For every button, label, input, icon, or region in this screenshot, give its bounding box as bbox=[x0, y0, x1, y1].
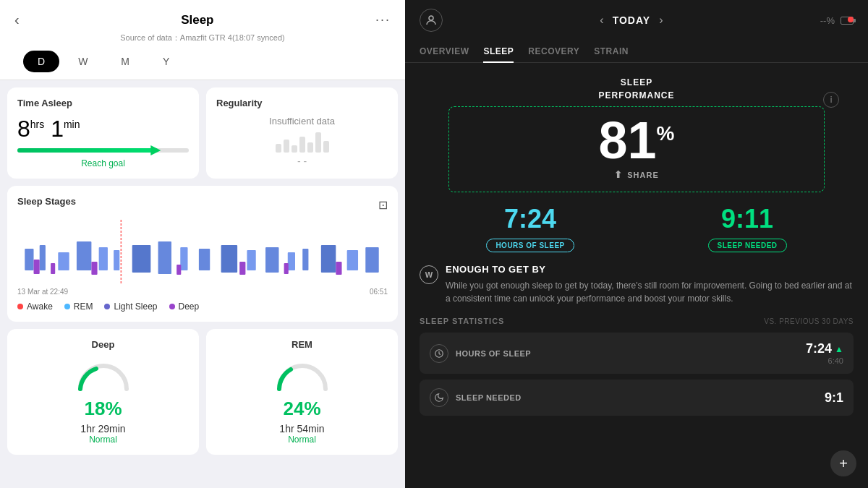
chart-time-end: 06:51 bbox=[370, 288, 388, 296]
awake-dot bbox=[17, 304, 23, 309]
stats-header: SLEEP STATISTICS VS. PREVIOUS 30 DAYS bbox=[420, 317, 854, 325]
tab-m[interactable]: M bbox=[106, 51, 144, 72]
period-tab-row: D W M Y bbox=[12, 51, 393, 80]
rem-arc bbox=[273, 360, 331, 392]
deep-arc-svg bbox=[75, 360, 132, 392]
stat-row-needed: SLEEP NEEDED 9:1 bbox=[420, 380, 854, 416]
tab-recovery[interactable]: RECOVERY bbox=[528, 40, 579, 62]
tab-strain[interactable]: STRAIN bbox=[594, 40, 629, 62]
user-avatar[interactable] bbox=[420, 9, 443, 32]
needed-stat-label: SLEEP NEEDED bbox=[456, 393, 522, 402]
tab-sleep[interactable]: SLEEP bbox=[483, 40, 514, 62]
hours-of-sleep-label: HOURS OF SLEEP bbox=[486, 239, 574, 252]
tab-w[interactable]: W bbox=[64, 51, 102, 72]
time-asleep-value: 8hrs 1min bbox=[17, 116, 189, 142]
tab-d[interactable]: D bbox=[23, 51, 59, 72]
back-button[interactable]: ‹ bbox=[12, 9, 22, 31]
rem-pct: 24% bbox=[283, 398, 320, 420]
legend-deep: Deep bbox=[169, 301, 200, 312]
rem-arc-svg bbox=[273, 360, 331, 392]
source-text: Source of data：Amazfit GTR 4(18:07 synce… bbox=[120, 33, 284, 43]
time-asleep-card: Time Asleep 8hrs 1min Reach goal bbox=[7, 87, 199, 179]
chart-times: 13 Mar at 22:49 06:51 bbox=[17, 288, 388, 296]
sleep-stages-card: Sleep Stages ⊡ bbox=[7, 186, 398, 322]
svg-rect-12 bbox=[247, 250, 255, 270]
svg-rect-23 bbox=[239, 262, 245, 275]
reg-bar bbox=[307, 142, 313, 153]
prev-day-button[interactable]: ‹ bbox=[600, 14, 603, 27]
expand-icon[interactable]: ⊡ bbox=[378, 198, 388, 212]
deep-title: Deep bbox=[92, 339, 115, 350]
legend-awake-label: Awake bbox=[27, 301, 53, 312]
regularity-title: Regularity bbox=[216, 98, 388, 108]
hours-of-sleep-metric: 7:24 HOURS OF SLEEP bbox=[486, 204, 574, 252]
left-content: Time Asleep 8hrs 1min Reach goal Regular… bbox=[0, 80, 405, 488]
tab-y[interactable]: Y bbox=[148, 51, 184, 72]
svg-rect-6 bbox=[114, 250, 119, 270]
add-button[interactable]: + bbox=[830, 450, 856, 476]
share-button[interactable]: ⬆ SHARE bbox=[614, 169, 659, 180]
whoop-w-badge: W bbox=[420, 265, 438, 284]
legend-rem: REM bbox=[64, 301, 93, 312]
reg-bar bbox=[284, 140, 289, 153]
left-panel-title: Sleep bbox=[22, 13, 373, 27]
deep-dot bbox=[169, 304, 175, 309]
reg-bar bbox=[299, 137, 305, 153]
stat-row-hours: HOURS OF SLEEP 7:24 ▲ 6:40 bbox=[420, 333, 854, 374]
hours-stat-sub: 6:40 bbox=[828, 356, 843, 365]
rem-card: REM 24% 1hr 54min Normal bbox=[206, 329, 398, 455]
svg-rect-14 bbox=[288, 252, 295, 270]
chart-time-start: 13 Mar at 22:49 bbox=[17, 288, 68, 296]
share-icon: ⬆ bbox=[614, 169, 623, 180]
whoop-content: SLEEP PERFORMANCE i 81% ⬆ SHARE 7:24 HOU… bbox=[405, 63, 868, 488]
sleep-score: 81% bbox=[599, 114, 675, 166]
enough-text-block: ENOUGH TO GET BY While you got enough sl… bbox=[446, 264, 854, 305]
today-label: TODAY bbox=[613, 14, 650, 26]
light-dot bbox=[104, 304, 110, 309]
clock-icon bbox=[430, 344, 448, 363]
deep-card: Deep 18% 1hr 29min Normal bbox=[7, 329, 199, 455]
sleep-stages-svg bbox=[17, 220, 388, 285]
reach-goal-label[interactable]: Reach goal bbox=[17, 158, 189, 168]
sleep-needed-value: 9:11 bbox=[721, 204, 773, 234]
svg-rect-9 bbox=[180, 247, 187, 270]
hours-stat-label: HOURS OF SLEEP bbox=[456, 349, 531, 358]
next-day-button[interactable]: › bbox=[659, 14, 663, 27]
info-icon[interactable]: i bbox=[823, 92, 839, 108]
sleep-progress-fill bbox=[17, 148, 158, 153]
tab-overview[interactable]: OVERVIEW bbox=[420, 40, 469, 62]
regularity-bars bbox=[216, 131, 388, 153]
legend-light-label: Light Sleep bbox=[114, 301, 157, 312]
stats-title: SLEEP STATISTICS bbox=[420, 317, 504, 325]
enough-section: W ENOUGH TO GET BY While you got enough … bbox=[420, 264, 854, 305]
needed-stat-value: 9:1 bbox=[825, 390, 843, 406]
hours-stat-value: 7:24 ▲ bbox=[806, 341, 843, 356]
svg-rect-25 bbox=[336, 262, 341, 275]
svg-rect-21 bbox=[91, 262, 97, 275]
reg-bar bbox=[276, 144, 281, 153]
score-dashed-box: 81% ⬆ SHARE bbox=[448, 106, 825, 192]
rem-time: 1hr 54min bbox=[279, 423, 324, 435]
rem-dot bbox=[64, 304, 70, 309]
regularity-dashes: - - bbox=[216, 155, 388, 167]
hours-of-sleep-value: 7:24 bbox=[504, 204, 556, 234]
svg-rect-19 bbox=[34, 260, 40, 274]
enough-body: While you got enough sleep to get by tod… bbox=[446, 279, 854, 305]
deep-arc bbox=[75, 360, 132, 392]
whoop-tab-row: OVERVIEW SLEEP RECOVERY STRAIN bbox=[405, 40, 868, 63]
more-button[interactable]: ··· bbox=[373, 9, 393, 30]
stages-legend: Awake REM Light Sleep Deep bbox=[17, 301, 388, 312]
svg-rect-5 bbox=[99, 247, 108, 270]
sleep-needed-label: SLEEP NEEDED bbox=[708, 239, 787, 252]
sleep-chart bbox=[17, 220, 388, 285]
svg-rect-1 bbox=[25, 249, 33, 270]
left-header: ‹ Sleep ··· Source of data：Amazfit GTR 4… bbox=[0, 0, 405, 80]
stat-row-right-hours: 7:24 ▲ 6:40 bbox=[806, 341, 843, 365]
svg-rect-17 bbox=[347, 250, 358, 270]
stat-row-right-needed: 9:1 bbox=[825, 390, 843, 406]
legend-light: Light Sleep bbox=[104, 301, 157, 312]
up-arrow-icon: ▲ bbox=[835, 344, 843, 354]
reg-bar bbox=[323, 141, 329, 153]
sleep-performance-title-line2: PERFORMANCE bbox=[420, 90, 854, 100]
sleep-stages-title: Sleep Stages bbox=[17, 196, 76, 207]
